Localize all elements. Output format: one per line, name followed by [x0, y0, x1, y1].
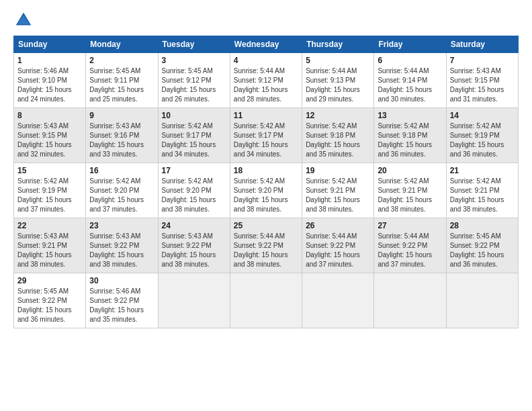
calendar-week-row: 8Sunrise: 5:43 AMSunset: 9:15 PMDaylight… [14, 108, 519, 163]
day-info: Sunrise: 5:46 AMSunset: 9:22 PMDaylight:… [89, 287, 154, 324]
page: SundayMondayTuesdayWednesdayThursdayFrid… [0, 0, 532, 411]
day-info: Sunrise: 5:42 AMSunset: 9:20 PMDaylight:… [234, 177, 298, 214]
calendar-cell: 26Sunrise: 5:44 AMSunset: 9:22 PMDayligh… [302, 218, 374, 273]
calendar-cell: 1Sunrise: 5:46 AMSunset: 9:10 PMDaylight… [14, 53, 86, 108]
day-info: Sunrise: 5:45 AMSunset: 9:22 PMDaylight:… [450, 232, 515, 269]
calendar-cell: 14Sunrise: 5:42 AMSunset: 9:19 PMDayligh… [446, 108, 518, 163]
day-number: 1 [17, 56, 82, 65]
day-number: 16 [89, 166, 154, 175]
day-number: 5 [306, 56, 370, 65]
calendar-cell [230, 273, 302, 328]
calendar-cell: 8Sunrise: 5:43 AMSunset: 9:15 PMDaylight… [14, 108, 86, 163]
day-info: Sunrise: 5:42 AMSunset: 9:18 PMDaylight:… [378, 122, 442, 159]
calendar-week-row: 1Sunrise: 5:46 AMSunset: 9:10 PMDaylight… [14, 53, 519, 108]
logo-icon [13, 10, 34, 30]
day-info: Sunrise: 5:46 AMSunset: 9:10 PMDaylight:… [17, 66, 82, 104]
day-number: 15 [17, 166, 82, 175]
day-info: Sunrise: 5:42 AMSunset: 9:20 PMDaylight:… [162, 177, 226, 214]
calendar-cell: 5Sunrise: 5:44 AMSunset: 9:13 PMDaylight… [302, 53, 374, 108]
calendar-header-thursday: Thursday [302, 36, 374, 53]
day-info: Sunrise: 5:43 AMSunset: 9:22 PMDaylight:… [89, 232, 154, 269]
day-number: 18 [234, 166, 298, 175]
day-number: 20 [378, 166, 442, 175]
day-info: Sunrise: 5:43 AMSunset: 9:15 PMDaylight:… [450, 66, 515, 104]
calendar-table: SundayMondayTuesdayWednesdayThursdayFrid… [13, 36, 519, 328]
calendar-cell: 20Sunrise: 5:42 AMSunset: 9:21 PMDayligh… [374, 163, 446, 218]
calendar-cell: 30Sunrise: 5:46 AMSunset: 9:22 PMDayligh… [86, 273, 158, 328]
calendar-cell [158, 273, 230, 328]
day-number: 7 [450, 56, 515, 65]
day-info: Sunrise: 5:44 AMSunset: 9:22 PMDaylight:… [306, 232, 370, 269]
day-number: 25 [234, 221, 298, 230]
day-number: 22 [17, 221, 82, 230]
day-info: Sunrise: 5:42 AMSunset: 9:19 PMDaylight:… [17, 177, 82, 214]
calendar-header-wednesday: Wednesday [230, 36, 302, 53]
day-info: Sunrise: 5:44 AMSunset: 9:14 PMDaylight:… [378, 66, 442, 104]
day-info: Sunrise: 5:42 AMSunset: 9:18 PMDaylight:… [306, 122, 370, 159]
calendar-cell: 9Sunrise: 5:43 AMSunset: 9:16 PMDaylight… [86, 108, 158, 163]
day-info: Sunrise: 5:42 AMSunset: 9:21 PMDaylight:… [306, 177, 370, 214]
calendar-cell: 6Sunrise: 5:44 AMSunset: 9:14 PMDaylight… [374, 53, 446, 108]
day-number: 17 [162, 166, 226, 175]
day-number: 26 [306, 221, 370, 230]
calendar-cell: 3Sunrise: 5:45 AMSunset: 9:12 PMDaylight… [158, 53, 230, 108]
day-info: Sunrise: 5:42 AMSunset: 9:17 PMDaylight:… [234, 122, 298, 159]
day-number: 11 [234, 111, 298, 120]
day-info: Sunrise: 5:42 AMSunset: 9:21 PMDaylight:… [450, 177, 515, 214]
day-number: 29 [17, 276, 82, 285]
calendar-cell: 25Sunrise: 5:44 AMSunset: 9:22 PMDayligh… [230, 218, 302, 273]
day-number: 8 [17, 111, 82, 120]
day-info: Sunrise: 5:42 AMSunset: 9:19 PMDaylight:… [450, 122, 515, 159]
day-info: Sunrise: 5:44 AMSunset: 9:13 PMDaylight:… [306, 66, 370, 104]
calendar-cell [302, 273, 374, 328]
day-number: 2 [89, 56, 154, 65]
calendar-cell: 11Sunrise: 5:42 AMSunset: 9:17 PMDayligh… [230, 108, 302, 163]
day-info: Sunrise: 5:45 AMSunset: 9:12 PMDaylight:… [162, 66, 226, 104]
day-info: Sunrise: 5:44 AMSunset: 9:22 PMDaylight:… [234, 232, 298, 269]
calendar-cell: 29Sunrise: 5:45 AMSunset: 9:22 PMDayligh… [14, 273, 86, 328]
day-info: Sunrise: 5:42 AMSunset: 9:21 PMDaylight:… [378, 177, 442, 214]
day-number: 30 [89, 276, 154, 285]
calendar-cell: 10Sunrise: 5:42 AMSunset: 9:17 PMDayligh… [158, 108, 230, 163]
day-info: Sunrise: 5:45 AMSunset: 9:11 PMDaylight:… [89, 66, 154, 104]
calendar-week-row: 22Sunrise: 5:43 AMSunset: 9:21 PMDayligh… [14, 218, 519, 273]
calendar-cell [446, 273, 518, 328]
calendar-cell: 23Sunrise: 5:43 AMSunset: 9:22 PMDayligh… [86, 218, 158, 273]
day-info: Sunrise: 5:42 AMSunset: 9:20 PMDaylight:… [89, 177, 154, 214]
day-number: 13 [378, 111, 442, 120]
calendar-cell: 7Sunrise: 5:43 AMSunset: 9:15 PMDaylight… [446, 53, 518, 108]
day-number: 9 [89, 111, 154, 120]
day-number: 27 [378, 221, 442, 230]
calendar-cell: 4Sunrise: 5:44 AMSunset: 9:12 PMDaylight… [230, 53, 302, 108]
calendar-week-row: 29Sunrise: 5:45 AMSunset: 9:22 PMDayligh… [14, 273, 519, 328]
day-number: 6 [378, 56, 442, 65]
day-info: Sunrise: 5:43 AMSunset: 9:21 PMDaylight:… [17, 232, 82, 269]
calendar-cell: 22Sunrise: 5:43 AMSunset: 9:21 PMDayligh… [14, 218, 86, 273]
calendar-cell: 24Sunrise: 5:43 AMSunset: 9:22 PMDayligh… [158, 218, 230, 273]
calendar-header-friday: Friday [374, 36, 446, 53]
calendar-header-row: SundayMondayTuesdayWednesdayThursdayFrid… [14, 36, 519, 53]
day-number: 19 [306, 166, 370, 175]
calendar-cell: 16Sunrise: 5:42 AMSunset: 9:20 PMDayligh… [86, 163, 158, 218]
calendar-week-row: 15Sunrise: 5:42 AMSunset: 9:19 PMDayligh… [14, 163, 519, 218]
calendar-header-sunday: Sunday [14, 36, 86, 53]
calendar-header-tuesday: Tuesday [158, 36, 230, 53]
day-info: Sunrise: 5:42 AMSunset: 9:17 PMDaylight:… [162, 122, 226, 159]
calendar-header-monday: Monday [86, 36, 158, 53]
day-number: 12 [306, 111, 370, 120]
day-number: 23 [89, 221, 154, 230]
day-info: Sunrise: 5:43 AMSunset: 9:15 PMDaylight:… [17, 122, 82, 159]
calendar-cell: 13Sunrise: 5:42 AMSunset: 9:18 PMDayligh… [374, 108, 446, 163]
day-info: Sunrise: 5:43 AMSunset: 9:16 PMDaylight:… [89, 122, 154, 159]
calendar-cell: 18Sunrise: 5:42 AMSunset: 9:20 PMDayligh… [230, 163, 302, 218]
calendar-cell: 15Sunrise: 5:42 AMSunset: 9:19 PMDayligh… [14, 163, 86, 218]
calendar-cell: 21Sunrise: 5:42 AMSunset: 9:21 PMDayligh… [446, 163, 518, 218]
calendar-cell: 12Sunrise: 5:42 AMSunset: 9:18 PMDayligh… [302, 108, 374, 163]
logo [13, 10, 36, 30]
calendar-cell [374, 273, 446, 328]
calendar-cell: 17Sunrise: 5:42 AMSunset: 9:20 PMDayligh… [158, 163, 230, 218]
day-number: 24 [162, 221, 226, 230]
day-number: 14 [450, 111, 515, 120]
day-number: 28 [450, 221, 515, 230]
calendar-header-saturday: Saturday [446, 36, 518, 53]
